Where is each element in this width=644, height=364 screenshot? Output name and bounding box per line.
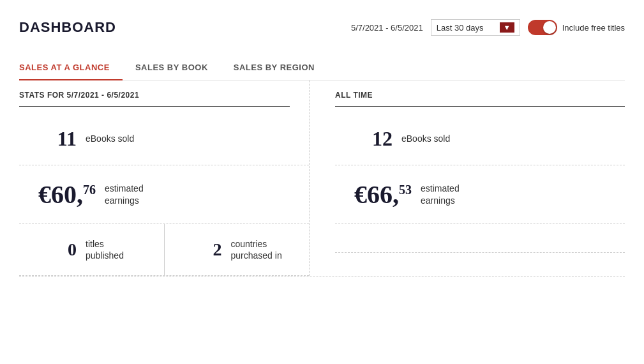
date-range-dropdown[interactable]: Last 30 days ▼ [431,19,520,36]
tab-sales-at-a-glance[interactable]: SALES AT A GLANCE [19,55,123,80]
free-titles-toggle[interactable] [528,20,557,35]
tab-bar: SALES AT A GLANCE SALES BY BOOK SALES BY… [19,55,625,80]
countries-label: countries purchased in [231,238,282,261]
ebooks-sold-row: 11 eBooks sold [19,113,309,165]
titles-countries-row: 0 titles published 2 countries purchased… [19,224,309,276]
toggle-knob [543,21,556,34]
date-range-label: 5/7/2021 - 6/5/2021 [351,23,423,33]
earnings-row: €60,76 estimated earnings [19,165,309,224]
countries-cell: 2 countries purchased in [165,224,310,275]
alltime-ebooks-sold-row: 12 eBooks sold [335,113,625,165]
alltime-earnings-value: €66,53 [354,179,412,209]
header-controls: 5/7/2021 - 6/5/2021 Last 30 days ▼ Inclu… [351,19,625,36]
earnings-value: €60,76 [38,179,96,209]
toggle-label: Include free titles [562,23,625,33]
titles-published-label: titles published [86,238,145,261]
stats-section-header: STATS FOR 5/7/2021 - 6/5/2021 [19,91,290,107]
ebooks-sold-label: eBooks sold [86,133,134,144]
alltime-earnings-cents: 53 [399,183,412,197]
alltime-ebooks-sold-number: 12 [354,127,393,151]
titles-published-number: 0 [38,239,77,260]
dropdown-value: Last 30 days [437,23,495,33]
stats-section: STATS FOR 5/7/2021 - 6/5/2021 11 eBooks … [19,80,310,276]
earnings-label: estimated earnings [105,183,144,206]
alltime-earnings-main: €66, [354,180,399,209]
alltime-spacer [335,224,625,253]
countries-number: 2 [184,239,222,260]
earnings-main: €60, [38,180,83,209]
dropdown-arrow-icon: ▼ [500,22,514,33]
tab-sales-by-book[interactable]: SALES BY BOOK [135,55,221,80]
alltime-earnings-row: €66,53 estimated earnings [335,165,625,224]
final-divider [19,276,625,277]
alltime-earnings-label: estimated earnings [421,183,460,206]
alltime-section: ALL TIME 12 eBooks sold €66,53 estimated… [310,80,625,276]
free-titles-toggle-container: Include free titles [528,20,625,35]
alltime-ebooks-sold-label: eBooks sold [401,133,450,144]
titles-published-cell: 0 titles published [19,224,165,275]
ebooks-sold-number: 11 [38,127,77,151]
page-title: DASHBOARD [19,19,116,36]
tab-sales-by-region[interactable]: SALES BY REGION [234,55,327,80]
alltime-section-header: ALL TIME [335,91,625,107]
earnings-cents: 76 [83,183,96,197]
